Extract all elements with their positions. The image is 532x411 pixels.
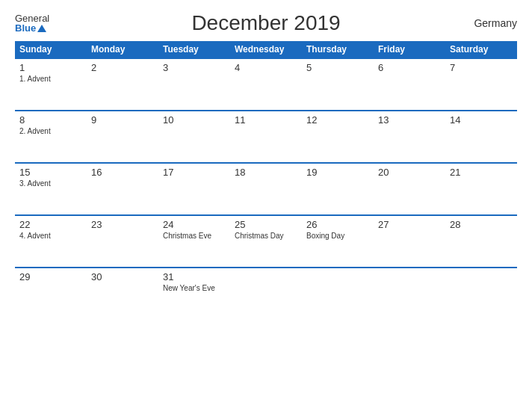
table-row: 153. Advent [15, 163, 87, 215]
day-number: 25 [235, 219, 297, 230]
calendar-week-row: 224. Advent2324Christmas Eve25Christmas … [15, 215, 517, 268]
table-row: 27 [374, 215, 445, 268]
table-row: 11. Advent [15, 58, 87, 111]
day-number: 11 [235, 114, 297, 126]
col-tuesday: Tuesday [158, 41, 230, 58]
page: General Blue December 2019 Germany Sunda… [0, 0, 532, 411]
table-row [445, 268, 517, 320]
day-number: 2 [91, 62, 154, 73]
day-event-label: 1. Advent [19, 75, 82, 83]
day-number: 29 [19, 271, 82, 282]
day-number: 3 [163, 62, 226, 73]
table-row: 16 [87, 163, 158, 215]
day-number: 28 [450, 219, 513, 230]
table-row: 14 [445, 111, 517, 163]
logo-triangle-icon [37, 25, 46, 32]
table-row: 26Boxing Day [302, 215, 374, 268]
day-event-label: New Year's Eve [163, 284, 226, 292]
day-number: 8 [19, 114, 82, 126]
table-row: 4 [230, 58, 302, 111]
col-friday: Friday [374, 41, 445, 58]
country-label: Germany [474, 17, 517, 29]
table-row: 9 [87, 111, 158, 163]
table-row [230, 268, 302, 320]
header: General Blue December 2019 Germany [15, 11, 517, 35]
day-number: 24 [163, 219, 226, 230]
table-row: 5 [302, 58, 374, 111]
day-number: 7 [450, 62, 513, 73]
calendar-week-row: 293031New Year's Eve [15, 268, 517, 320]
table-row: 19 [302, 163, 374, 215]
day-number: 10 [163, 114, 226, 126]
day-number: 1 [19, 62, 82, 73]
logo: General Blue [15, 13, 49, 33]
table-row: 10 [158, 111, 230, 163]
table-row: 30 [87, 268, 158, 320]
table-row: 18 [230, 163, 302, 215]
table-row: 12 [302, 111, 374, 163]
calendar-table: Sunday Monday Tuesday Wednesday Thursday… [15, 41, 517, 320]
page-title: December 2019 [191, 11, 340, 35]
day-number: 19 [306, 167, 369, 178]
table-row: 24Christmas Eve [158, 215, 230, 268]
calendar-week-row: 153. Advent161718192021 [15, 163, 517, 215]
table-row [302, 268, 374, 320]
day-event-label: 3. Advent [19, 179, 82, 188]
day-number: 5 [306, 62, 369, 73]
col-saturday: Saturday [445, 41, 517, 58]
table-row: 13 [374, 111, 445, 163]
day-number: 17 [163, 167, 226, 178]
day-number: 12 [306, 114, 369, 126]
day-number: 22 [19, 219, 82, 230]
day-event-label: Christmas Eve [163, 232, 226, 240]
col-wednesday: Wednesday [230, 41, 302, 58]
day-number: 6 [378, 62, 441, 73]
table-row: 20 [374, 163, 445, 215]
col-sunday: Sunday [15, 41, 87, 58]
table-row: 17 [158, 163, 230, 215]
logo-blue-text: Blue [15, 23, 36, 33]
day-number: 18 [235, 167, 297, 178]
table-row: 23 [87, 215, 158, 268]
calendar-week-row: 82. Advent91011121314 [15, 111, 517, 163]
col-monday: Monday [87, 41, 158, 58]
day-number: 15 [19, 167, 82, 178]
col-thursday: Thursday [302, 41, 374, 58]
table-row: 21 [445, 163, 517, 215]
table-row: 3 [158, 58, 230, 111]
day-number: 30 [91, 271, 154, 282]
day-number: 20 [378, 167, 441, 178]
table-row: 7 [445, 58, 517, 111]
table-row: 6 [374, 58, 445, 111]
table-row: 29 [15, 268, 87, 320]
table-row: 82. Advent [15, 111, 87, 163]
table-row: 2 [87, 58, 158, 111]
day-number: 21 [450, 167, 513, 178]
table-row: 31New Year's Eve [158, 268, 230, 320]
table-row: 224. Advent [15, 215, 87, 268]
day-number: 27 [378, 219, 441, 230]
calendar-header-row: Sunday Monday Tuesday Wednesday Thursday… [15, 41, 517, 58]
day-number: 16 [91, 167, 154, 178]
day-number: 23 [91, 219, 154, 230]
calendar-week-row: 11. Advent234567 [15, 58, 517, 111]
table-row: 11 [230, 111, 302, 163]
day-event-label: Boxing Day [306, 232, 369, 240]
day-event-label: 4. Advent [19, 232, 82, 240]
day-number: 26 [306, 219, 369, 230]
table-row: 28 [445, 215, 517, 268]
day-event-label: Christmas Day [235, 232, 297, 240]
day-number: 13 [378, 114, 441, 126]
day-number: 9 [91, 114, 154, 126]
day-number: 31 [163, 271, 226, 282]
day-number: 4 [235, 62, 297, 73]
table-row: 25Christmas Day [230, 215, 302, 268]
day-event-label: 2. Advent [19, 127, 82, 135]
table-row [374, 268, 445, 320]
day-number: 14 [450, 114, 513, 126]
